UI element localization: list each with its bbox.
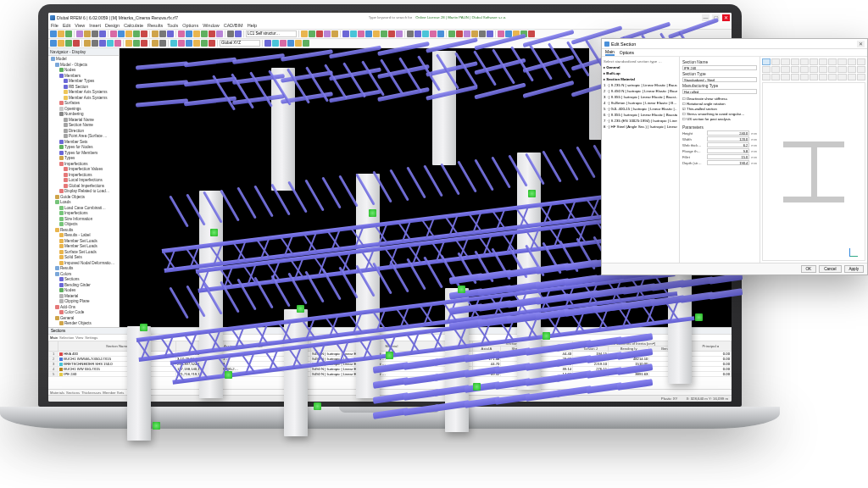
toolbar-button[interactable] bbox=[201, 30, 208, 37]
toolbar-button[interactable] bbox=[456, 30, 463, 37]
toolbar-button[interactable] bbox=[479, 30, 486, 37]
toolbar-button[interactable] bbox=[388, 30, 395, 37]
dialog-section-list[interactable]: Select standardized section type …▸ Gene… bbox=[602, 57, 680, 263]
menu-edit[interactable]: Edit bbox=[63, 23, 70, 28]
param-h[interactable]: Height240.0mm bbox=[682, 130, 757, 136]
toolbar-button[interactable] bbox=[342, 30, 349, 37]
toolbar-button[interactable] bbox=[50, 40, 57, 47]
shape-option[interactable] bbox=[762, 66, 771, 73]
toolbar-button[interactable] bbox=[84, 30, 91, 37]
toolbar-button[interactable] bbox=[407, 30, 414, 37]
dialog-ok-button[interactable]: OK bbox=[801, 265, 817, 273]
toolbar-button[interactable] bbox=[331, 30, 338, 37]
menu-window[interactable]: Window bbox=[203, 23, 220, 28]
toolbar-button[interactable] bbox=[301, 30, 308, 37]
dialog-tabs[interactable]: MainOptions bbox=[602, 49, 867, 57]
shape-option[interactable] bbox=[771, 74, 780, 80]
toolbar-button[interactable] bbox=[287, 40, 294, 47]
toolbar-button[interactable] bbox=[65, 40, 72, 47]
dialog-list-item[interactable]: 1 · | S 235 N | sotropic | Linear Elasti… bbox=[604, 82, 677, 88]
toolbar-button[interactable] bbox=[107, 40, 114, 47]
table-tab[interactable]: View bbox=[75, 336, 83, 340]
shape-option[interactable] bbox=[800, 66, 809, 73]
table-tab[interactable]: Main bbox=[50, 336, 58, 340]
toolbar-button[interactable] bbox=[92, 30, 98, 37]
toolbar-button[interactable] bbox=[324, 30, 331, 37]
shape-option[interactable] bbox=[848, 58, 856, 65]
toolbar-button[interactable] bbox=[110, 30, 117, 37]
shape-option[interactable] bbox=[848, 66, 856, 73]
sections-footer-tabs[interactable]: MaterialsSectionsThicknessesMember Sets bbox=[48, 389, 732, 395]
toolbar-button[interactable] bbox=[415, 30, 421, 37]
toolbar-button[interactable] bbox=[99, 30, 106, 37]
toolbar-button[interactable] bbox=[58, 40, 64, 47]
dialog-tab[interactable]: Options bbox=[620, 50, 634, 55]
toolbar-button[interactable] bbox=[235, 30, 242, 37]
shape-option[interactable] bbox=[781, 74, 789, 80]
toolbar-button[interactable] bbox=[167, 30, 174, 37]
toolbar-button[interactable] bbox=[193, 40, 200, 47]
shape-option[interactable] bbox=[810, 66, 818, 73]
toolbar-button[interactable] bbox=[422, 30, 429, 37]
toolbar-button[interactable] bbox=[316, 30, 323, 37]
toolbar-button[interactable] bbox=[309, 30, 315, 37]
menu-view[interactable]: View bbox=[75, 23, 85, 28]
shape-option[interactable] bbox=[857, 58, 865, 65]
shape-option[interactable] bbox=[781, 66, 789, 73]
shape-option[interactable] bbox=[819, 66, 827, 73]
checkbox-us-section[interactable]: ☐ US section for post analysis bbox=[682, 117, 757, 122]
shape-option[interactable] bbox=[828, 66, 837, 73]
dialog-list-item[interactable]: 6 · | S 355 | Isotropic | Linear Elastic… bbox=[604, 112, 677, 118]
mfg-type-input[interactable]: Hot rolled bbox=[682, 89, 757, 94]
shape-option[interactable] bbox=[810, 58, 818, 65]
dialog-list-item[interactable]: 7 · | S 235 (EN 10025:1994) | Isotropic … bbox=[604, 118, 677, 124]
toolbar-button[interactable] bbox=[373, 30, 380, 37]
navigator-tree[interactable]: ModelModel - ObjectsNodesMembersMember T… bbox=[48, 56, 119, 327]
shape-option[interactable] bbox=[810, 74, 818, 80]
toolbar-button[interactable] bbox=[487, 30, 493, 37]
shape-option[interactable] bbox=[781, 58, 789, 65]
toolbar-button[interactable] bbox=[50, 30, 57, 37]
dialog-list-item[interactable]: 3 · | S 355 | Isotropic | Linear Elastic… bbox=[604, 94, 677, 100]
toolbar-button[interactable] bbox=[186, 40, 192, 47]
dialog-cancel-button[interactable]: Cancel bbox=[819, 265, 841, 273]
toolbar-button[interactable] bbox=[125, 30, 132, 37]
shape-option[interactable] bbox=[800, 58, 809, 65]
shape-option[interactable] bbox=[837, 58, 846, 65]
table-tab[interactable]: Selection bbox=[59, 336, 74, 340]
toolbar-button[interactable] bbox=[295, 40, 302, 47]
toolbar-button[interactable] bbox=[528, 30, 535, 37]
menu-options[interactable]: Options bbox=[182, 23, 198, 28]
param-d[interactable]: Depth (str…190.4mm bbox=[682, 160, 757, 165]
toolbar-button[interactable] bbox=[118, 30, 125, 37]
param-b[interactable]: Width120.0mm bbox=[682, 136, 757, 141]
toolbar-button[interactable] bbox=[152, 40, 159, 47]
toolbar-dropdown[interactable]: LC1 Self structur… bbox=[246, 30, 297, 37]
toolbar-button[interactable] bbox=[505, 30, 512, 37]
shape-option[interactable] bbox=[791, 58, 799, 65]
dialog-close-button[interactable]: ✕ bbox=[857, 41, 865, 47]
shape-option[interactable] bbox=[837, 66, 846, 73]
section-type-input[interactable]: Standardized - Steel bbox=[682, 77, 757, 82]
toolbar-button[interactable] bbox=[209, 40, 215, 47]
shape-option[interactable] bbox=[857, 66, 865, 73]
toolbar-button[interactable] bbox=[159, 40, 166, 47]
toolbar-button[interactable] bbox=[358, 30, 364, 37]
footer-tab[interactable]: Materials bbox=[50, 391, 64, 395]
toolbar-button[interactable] bbox=[201, 40, 208, 47]
toolbar-button[interactable] bbox=[350, 30, 357, 37]
toolbar-button[interactable] bbox=[280, 40, 287, 47]
toolbar-button[interactable] bbox=[92, 40, 98, 47]
shape-option[interactable] bbox=[762, 58, 771, 65]
toolbar-button[interactable] bbox=[464, 30, 470, 37]
toolbar-button[interactable] bbox=[73, 40, 80, 47]
shape-option[interactable] bbox=[771, 66, 780, 73]
menu-file[interactable]: File bbox=[51, 23, 58, 28]
toolbar-button[interactable] bbox=[216, 30, 223, 37]
dialog-list-item[interactable]: ▸ General bbox=[604, 64, 677, 70]
sections-grid[interactable]: Section NameAssigned to Member No.Materi… bbox=[48, 341, 732, 389]
toolbar-button[interactable] bbox=[365, 30, 372, 37]
menu-cad/bim[interactable]: CAD/BIM bbox=[224, 23, 243, 28]
toolbar-button[interactable] bbox=[381, 30, 387, 37]
toolbar-button[interactable] bbox=[133, 40, 140, 47]
